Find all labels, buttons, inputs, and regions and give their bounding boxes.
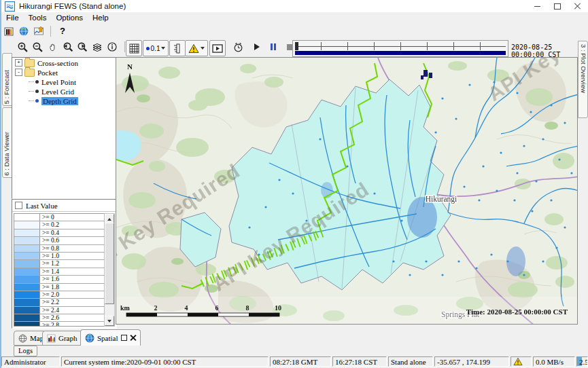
tree-node-level-grid[interactable]: Level Grid [12,87,116,96]
tab-data-viewer[interactable]: 6 : Data Viewer [2,107,12,178]
animation-export-button[interactable] [209,40,226,56]
maximize-button[interactable] [547,0,568,12]
legend-label: >= 0.8 [40,245,59,252]
legend-row[interactable]: >= 0.2 [14,221,105,229]
legend-row[interactable]: >= 0.4 [14,229,105,237]
globe-wire-icon [18,334,27,343]
legend-row[interactable]: >= 2.0 [14,291,105,299]
legend-swatch [14,276,40,282]
database-icon[interactable] [1,24,16,38]
svg-text:8: 8 [246,304,249,312]
scroll-down-icon[interactable] [105,316,114,326]
legend-row[interactable]: >= 2.4 [14,307,105,314]
zoom-in-icon[interactable] [15,40,30,54]
legend-row[interactable]: >= 1.6 [14,276,105,283]
legend-row[interactable]: >= 2.6 [14,314,105,322]
legend-swatch [14,299,40,306]
legend-row[interactable]: >= 1.0 [14,253,105,260]
legend-row[interactable]: >= 2.2 [14,299,105,306]
tab-plot-overview[interactable]: 3 : Plot Overview [578,41,588,118]
tab-forecast-label: 5 : Forecast [3,70,12,104]
time-slider[interactable] [292,40,508,57]
svg-text:10: 10 [275,304,281,312]
tree-node-pocket[interactable]: - Pocket [12,68,116,77]
pan-hand-icon[interactable] [45,40,60,54]
gauge-scale-button[interactable] [169,40,186,56]
maximize-icon [554,3,561,10]
time-slider-thumb[interactable] [295,42,298,50]
tab-maximize-icon[interactable] [121,335,127,341]
status-user: Administrator [1,356,60,367]
map-globe-icon[interactable] [16,24,31,38]
status-memory: 2.5 GB [576,356,588,367]
grid-display-button[interactable] [126,40,142,56]
legend-row[interactable]: >= 1.4 [14,268,105,276]
scrollbar-thumb[interactable] [105,223,114,304]
next-zoom-icon[interactable] [75,40,90,54]
zoom-out-icon[interactable] [30,40,45,54]
minimize-icon [534,6,540,7]
layer-tree[interactable]: + Cross-section - Pocket Level Point Lev… [12,57,117,199]
tree-node-label-selected[interactable]: Depth Grid [41,97,78,105]
info-icon[interactable] [105,40,120,54]
collapse-icon[interactable]: - [15,69,22,76]
last-value-checkbox[interactable] [15,202,22,209]
tree-node-depth-grid[interactable]: Depth Grid [12,96,116,105]
status-warning-cell[interactable] [511,356,532,367]
legend-row[interactable]: >= 0.8 [14,245,105,253]
toolbar-separator [124,41,125,52]
legend-swatch [14,307,40,314]
tab-graph-label: Graph [58,334,77,342]
tree-guide-line [29,100,34,102]
legend-header: Last Value [12,200,116,212]
logs-button[interactable]: Logs [14,346,37,356]
close-button[interactable] [568,0,588,12]
globe-blue-icon [85,333,94,343]
tree-node-cross-section[interactable]: + Cross-section [12,58,116,67]
time-slider-track[interactable] [295,42,506,50]
tree-node-label[interactable]: Level Point [41,78,76,86]
main-toolbar: ? [1,23,588,39]
legend-scrollbar[interactable] [104,213,115,327]
legend-row[interactable]: >= 0 [14,214,105,221]
legend-row[interactable]: >= 0.6 [14,237,105,244]
play-button[interactable] [249,40,264,54]
minimize-button[interactable] [527,0,547,12]
menu-file[interactable]: File [1,13,24,22]
warning-icon [513,357,523,366]
menu-help[interactable]: Help [88,13,114,22]
window-title: Hikurangi FEWS (Stand alone) [19,2,126,10]
help-button[interactable]: ? [55,24,70,38]
legend-row[interactable]: >= 1.2 [14,260,105,268]
place-label-hikurangi: Hikurangi [426,195,457,204]
menu-tools[interactable]: Tools [24,13,52,22]
title-bar[interactable]: Hikurangi FEWS (Stand alone) [1,0,588,13]
tree-node-label[interactable]: Level Grid [41,88,74,96]
tab-graph[interactable]: Graph [42,331,82,346]
previous-zoom-icon[interactable] [60,40,75,54]
map-view[interactable]: API Key Required API Key Required API Ke… [116,57,578,325]
spatial-display-icon[interactable] [31,24,46,38]
legend-label: >= 1.8 [40,284,59,291]
warning-threshold-dropdown[interactable] [185,40,208,56]
expand-icon[interactable]: + [15,59,22,67]
left-tab-strip: 5 : Forecast 6 : Data Viewer [1,57,12,329]
layers-icon[interactable] [90,40,105,54]
tree-node-level-point[interactable]: Level Point [12,77,116,86]
pause-button[interactable] [266,40,281,54]
menu-options[interactable]: Options [51,13,88,22]
tab-close-icon[interactable] [130,335,136,341]
legend-swatch [14,291,40,298]
tab-forecast[interactable]: 5 : Forecast [2,53,12,106]
chevron-down-icon [201,47,205,50]
tree-node-label[interactable]: Pocket [37,69,58,77]
contour-threshold-dropdown[interactable]: 0.1 [143,40,169,56]
legend-row[interactable]: >= 2.8 [14,322,105,327]
play-icon [254,43,260,50]
tree-node-label[interactable]: Cross-section [37,59,78,67]
legend-row[interactable]: >= 1.8 [14,284,105,291]
animation-settings-icon[interactable] [230,40,245,54]
tab-spatial[interactable]: Spatial [80,329,141,346]
legend-label: >= 2.4 [40,307,59,314]
status-local-time: 16:27:18 CST [332,356,387,367]
